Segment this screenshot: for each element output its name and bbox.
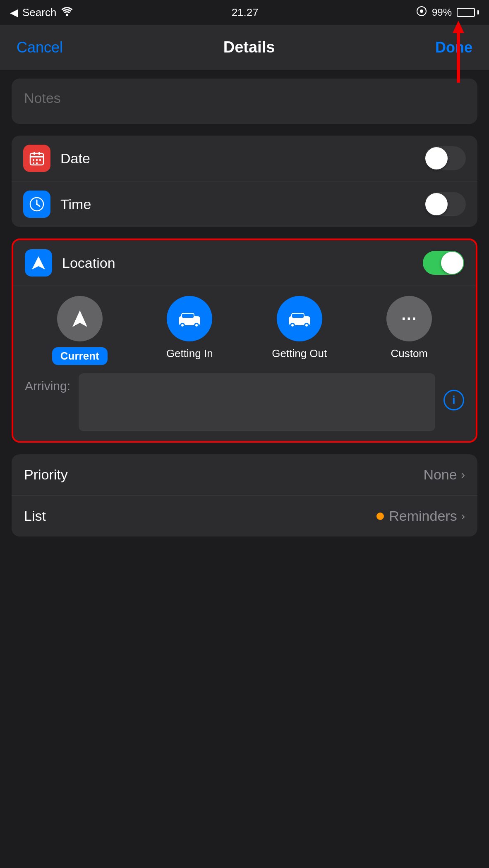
date-label: Date — [60, 150, 424, 167]
svg-marker-17 — [72, 310, 87, 327]
arriving-input[interactable] — [79, 373, 435, 431]
location-options: Current Ge — [13, 286, 476, 441]
arriving-row: Arriving: i — [25, 373, 464, 431]
svg-rect-8 — [36, 159, 38, 161]
time-icon-box — [23, 191, 50, 218]
svg-rect-4 — [30, 156, 43, 157]
location-toggle[interactable] — [423, 251, 464, 275]
battery-icon — [457, 8, 479, 17]
annotation-arrow — [453, 21, 464, 83]
options-row: Current Ge — [25, 296, 464, 365]
getting-out-label: Getting Out — [272, 347, 327, 360]
time-toggle-knob — [425, 193, 448, 215]
page-title: Details — [223, 38, 275, 56]
svg-point-24 — [195, 324, 198, 327]
svg-rect-7 — [33, 159, 34, 161]
notes-placeholder: Notes — [24, 90, 61, 106]
svg-rect-9 — [39, 159, 41, 161]
status-right: 99% — [416, 6, 479, 19]
svg-point-30 — [291, 324, 294, 327]
svg-rect-27 — [292, 314, 304, 318]
custom-icon-circle: ··· — [386, 296, 432, 341]
svg-rect-6 — [38, 152, 40, 155]
date-toggle-knob — [425, 147, 448, 169]
status-bar: ◀ Search 21.27 99% — [0, 0, 489, 25]
battery-percent: 99% — [432, 7, 452, 18]
date-row: Date — [12, 136, 477, 181]
arrow-line — [457, 33, 460, 83]
svg-rect-5 — [34, 152, 35, 155]
list-chevron-icon: › — [461, 510, 465, 523]
carrier-label: Search — [22, 6, 56, 19]
list-color-dot — [376, 513, 384, 520]
location-card: Location Current — [12, 238, 477, 443]
cancel-button[interactable]: Cancel — [17, 39, 63, 56]
time-toggle[interactable] — [424, 192, 466, 216]
nav-bar: Cancel Details Done — [0, 25, 489, 70]
bottom-section: Priority None › List Reminders › — [12, 454, 477, 537]
time-row: Time — [12, 181, 477, 227]
arrow-head — [453, 21, 464, 33]
time-display: 21.27 — [232, 6, 259, 19]
getting-in-label: Getting In — [166, 347, 213, 360]
back-arrow-icon: ◀ — [10, 6, 18, 19]
option-custom[interactable]: ··· Custom — [355, 296, 465, 365]
priority-chevron-icon: › — [461, 468, 465, 482]
location-row: Location — [13, 240, 476, 286]
option-getting-out[interactable]: Getting Out — [244, 296, 355, 365]
svg-rect-11 — [36, 162, 38, 164]
svg-point-31 — [305, 324, 308, 327]
svg-marker-16 — [32, 256, 45, 269]
svg-point-2 — [420, 10, 423, 13]
getting-in-icon-circle — [167, 296, 212, 341]
list-label: List — [24, 508, 376, 524]
wifi-icon — [60, 6, 74, 19]
priority-row[interactable]: Priority None › — [12, 454, 477, 496]
svg-rect-20 — [182, 314, 194, 318]
content-area: Notes Date — [0, 70, 489, 868]
priority-value: None — [423, 467, 457, 483]
location-toggle-knob — [441, 252, 463, 274]
notes-card[interactable]: Notes — [12, 79, 477, 124]
location-status-icon — [416, 6, 427, 19]
date-toggle[interactable] — [424, 146, 466, 170]
priority-label: Priority — [24, 467, 423, 483]
current-label: Current — [52, 347, 108, 365]
getting-out-icon-circle — [277, 296, 322, 341]
location-label: Location — [62, 255, 423, 271]
date-icon-box — [23, 145, 50, 172]
annotation-container: Cancel Details Done — [0, 25, 489, 70]
list-value: Reminders — [389, 508, 457, 524]
svg-point-15 — [36, 203, 38, 205]
svg-point-23 — [181, 324, 184, 327]
time-label: Time — [60, 196, 424, 212]
option-current[interactable]: Current — [25, 296, 135, 365]
arriving-label: Arriving: — [25, 373, 70, 393]
location-icon-box — [25, 249, 52, 277]
custom-label: Custom — [391, 347, 428, 360]
status-left: ◀ Search — [10, 6, 74, 19]
list-row[interactable]: List Reminders › — [12, 496, 477, 537]
date-time-card: Date Time — [12, 136, 477, 227]
info-icon[interactable]: i — [443, 390, 464, 410]
svg-point-0 — [66, 14, 68, 16]
current-icon-circle — [57, 296, 103, 341]
svg-rect-10 — [33, 162, 34, 164]
option-getting-in[interactable]: Getting In — [135, 296, 245, 365]
